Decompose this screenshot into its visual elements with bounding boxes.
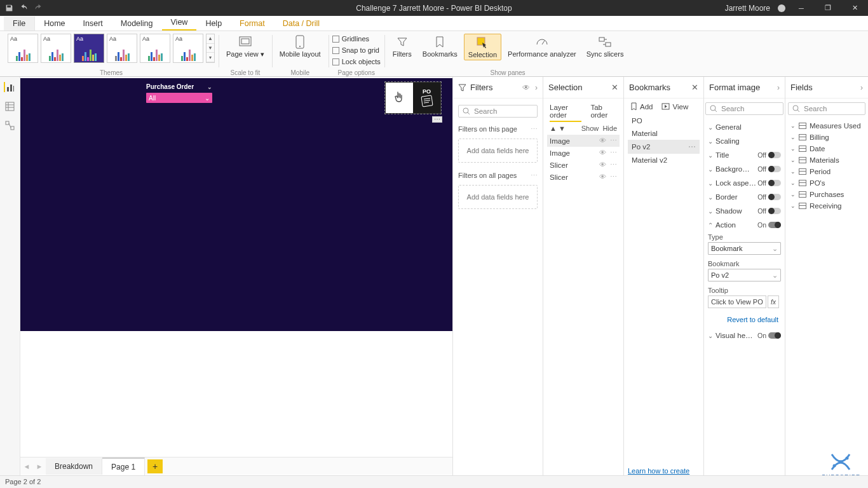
fmt-lock-aspect[interactable]: ⌄Lock aspe…Off bbox=[704, 176, 785, 190]
fmt-scaling[interactable]: ⌄Scaling bbox=[704, 134, 785, 148]
field-table[interactable]: ⌄Materials bbox=[787, 154, 867, 166]
gridlines-checkbox[interactable]: Gridlines bbox=[332, 33, 381, 44]
selection-item[interactable]: Slicer👁⋯ bbox=[547, 171, 620, 183]
more-icon[interactable]: ⋯ bbox=[531, 125, 538, 133]
add-page-button[interactable]: + bbox=[147, 459, 163, 473]
fmt-title[interactable]: ⌄TitleOff bbox=[704, 148, 785, 162]
field-table[interactable]: ⌄Period bbox=[787, 166, 867, 177]
page-tab[interactable]: Breakdown bbox=[46, 458, 102, 475]
selection-item[interactable]: Image👁⋯ bbox=[547, 147, 620, 159]
toggle[interactable] bbox=[768, 332, 781, 339]
field-table[interactable]: ⌄Billing bbox=[787, 132, 867, 143]
report-view-icon[interactable] bbox=[4, 82, 14, 92]
more-icon[interactable]: ⋯ bbox=[610, 137, 617, 145]
sync-slicers-button[interactable]: Sync slicers bbox=[583, 34, 628, 59]
theme-swatch-selected[interactable]: Aa bbox=[74, 34, 104, 63]
bookmark-item[interactable]: PO bbox=[628, 114, 700, 127]
tab-insert[interactable]: Insert bbox=[74, 17, 112, 30]
bookmark-select[interactable]: Po v2⌄ bbox=[708, 269, 781, 281]
image-visual-selected[interactable]: PO bbox=[385, 82, 441, 114]
fmt-background[interactable]: ⌄Backgro…Off bbox=[704, 162, 785, 176]
theme-gallery-expand[interactable]: ▲▼▾ bbox=[206, 34, 215, 63]
minimize-button[interactable]: ─ bbox=[790, 0, 812, 16]
visual-menu-icon[interactable]: ⋯ bbox=[432, 116, 442, 123]
slicer-visual[interactable]: Purchase Order⌄ All⌄ bbox=[146, 83, 212, 103]
redo-icon[interactable] bbox=[34, 4, 43, 12]
page-view-button[interactable]: Page view ▾ bbox=[222, 34, 268, 60]
close-icon[interactable]: ✕ bbox=[691, 83, 698, 92]
user-name[interactable]: Jarrett Moore bbox=[725, 4, 770, 13]
save-icon[interactable] bbox=[5, 4, 13, 12]
field-table[interactable]: ⌄Purchases bbox=[787, 189, 867, 200]
undo-icon[interactable] bbox=[20, 4, 28, 12]
move-down-icon[interactable]: ▼ bbox=[559, 125, 566, 132]
snap-checkbox[interactable]: Snap to grid bbox=[332, 44, 381, 56]
more-icon[interactable]: ⋯ bbox=[610, 149, 617, 157]
close-icon[interactable]: ✕ bbox=[611, 83, 618, 92]
fields-search[interactable]: Search bbox=[788, 102, 865, 115]
collapse-icon[interactable]: › bbox=[777, 83, 780, 92]
lock-checkbox[interactable]: Lock objects bbox=[332, 56, 381, 67]
tab-order-tab[interactable]: Tab order bbox=[590, 104, 617, 122]
visible-icon[interactable]: 👁 bbox=[599, 149, 606, 157]
theme-swatch[interactable]: Aa bbox=[107, 34, 137, 63]
toggle[interactable] bbox=[768, 222, 781, 228]
slicer-dropdown[interactable]: All⌄ bbox=[146, 93, 212, 103]
toggle[interactable] bbox=[768, 194, 781, 200]
filters-dropzone[interactable]: Add data fields here bbox=[458, 139, 538, 163]
type-select[interactable]: Bookmark⌄ bbox=[708, 242, 781, 255]
page-nav-next[interactable]: ► bbox=[33, 463, 46, 470]
toggle[interactable] bbox=[768, 208, 781, 214]
field-table[interactable]: ⌄Date bbox=[787, 143, 867, 154]
more-icon[interactable]: ⋯ bbox=[610, 173, 617, 181]
format-search[interactable]: Search bbox=[705, 102, 783, 115]
page-nav-prev[interactable]: ◄ bbox=[20, 463, 33, 470]
report-canvas[interactable]: Purchase Order⌄ All⌄ PO ⋯ bbox=[20, 78, 452, 331]
tab-modeling[interactable]: Modeling bbox=[112, 17, 162, 30]
bookmarks-pane-button[interactable]: Bookmarks bbox=[419, 34, 461, 59]
mobile-layout-button[interactable]: Mobile layout bbox=[276, 34, 325, 59]
maximize-button[interactable]: ❐ bbox=[817, 0, 839, 16]
selection-item[interactable]: Image👁⋯ bbox=[547, 135, 620, 147]
tab-view[interactable]: View bbox=[162, 15, 197, 30]
fmt-border[interactable]: ⌄BorderOff bbox=[704, 190, 785, 204]
filters-search[interactable]: Search bbox=[458, 105, 538, 118]
collapse-icon[interactable]: › bbox=[535, 83, 538, 92]
tooltip-input[interactable]: Click to View PO bbox=[708, 295, 766, 308]
data-view-icon[interactable] bbox=[5, 101, 15, 111]
field-table[interactable]: ⌄Receiving bbox=[787, 200, 867, 212]
fx-button[interactable]: fx bbox=[768, 295, 779, 308]
toggle[interactable] bbox=[768, 180, 781, 186]
selection-pane-button[interactable]: Selection bbox=[464, 34, 501, 60]
toggle[interactable] bbox=[768, 166, 781, 172]
field-table[interactable]: ⌄PO's bbox=[787, 177, 867, 189]
tab-help[interactable]: Help bbox=[196, 17, 231, 30]
theme-swatch[interactable]: Aa bbox=[140, 34, 170, 63]
more-icon[interactable]: ⋯ bbox=[688, 142, 696, 151]
chevron-down-icon[interactable]: ⌄ bbox=[207, 84, 212, 90]
theme-swatch[interactable]: Aa bbox=[8, 34, 38, 63]
view-bookmark-button[interactable]: View bbox=[661, 102, 688, 111]
tab-data-drill[interactable]: Data / Drill bbox=[274, 17, 329, 30]
show-label[interactable]: Show bbox=[581, 125, 599, 132]
visible-icon[interactable]: 👁 bbox=[599, 173, 606, 181]
toggle[interactable] bbox=[768, 152, 781, 158]
field-table[interactable]: ⌄Measures Used bbox=[787, 120, 867, 132]
collapse-icon[interactable]: › bbox=[860, 83, 863, 92]
bookmark-item[interactable]: Material v2 bbox=[628, 154, 700, 166]
theme-swatch[interactable]: Aa bbox=[173, 34, 203, 63]
fmt-visual-header[interactable]: ⌄Visual he…On bbox=[704, 329, 785, 342]
fmt-shadow[interactable]: ⌄ShadowOff bbox=[704, 204, 785, 218]
revert-link[interactable]: Revert to default bbox=[704, 312, 785, 329]
model-view-icon[interactable] bbox=[5, 120, 15, 130]
eye-icon[interactable]: 👁 bbox=[522, 83, 530, 92]
close-button[interactable]: ✕ bbox=[844, 0, 865, 16]
hide-label[interactable]: Hide bbox=[602, 125, 617, 132]
hidden-icon[interactable]: 👁 bbox=[599, 161, 606, 169]
fmt-action[interactable]: ⌃ActionOn bbox=[704, 218, 785, 232]
filters-pane-button[interactable]: Filters bbox=[388, 34, 416, 59]
performance-analyzer-button[interactable]: Performance analyzer bbox=[504, 34, 580, 59]
bookmark-item[interactable]: Material bbox=[628, 127, 700, 140]
page-tab-active[interactable]: Page 1 bbox=[102, 458, 145, 475]
bookmark-item-selected[interactable]: Po v2⋯ bbox=[628, 140, 700, 154]
